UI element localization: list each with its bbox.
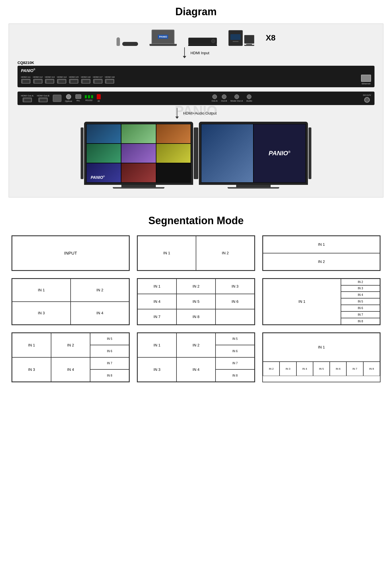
seg-l8-in5: IN 5 bbox=[216, 333, 255, 345]
hdmi-output-arrow: HDMI+Audio Output bbox=[18, 108, 374, 119]
tv-cell-9 bbox=[156, 163, 191, 183]
seg-l9-in2: IN 2 bbox=[263, 362, 280, 376]
seg-3x3-in4: IN 4 bbox=[137, 294, 176, 309]
optical-group: Optical bbox=[65, 94, 72, 102]
tv-cell-3 bbox=[156, 124, 191, 144]
seg-l9-in5: IN 5 bbox=[313, 362, 330, 376]
layout-2col-rcol2: IN 1 IN 2 IN 5 IN 6 IN 3 IN 4 IN 7 IN 8 bbox=[137, 333, 255, 382]
btn-audio[interactable]: Audio bbox=[246, 94, 252, 102]
seg-box-3: IN 1 IN 2 bbox=[262, 235, 381, 271]
layout-2x1: IN 1 IN 2 bbox=[263, 236, 380, 270]
seg-pip-in5: IN 5 bbox=[341, 298, 380, 305]
seg-box-2: IN 1 IN 2 bbox=[137, 235, 255, 271]
seg-pip-in7: IN 7 bbox=[341, 311, 380, 318]
layout-pip-right: IN 1 IN 2 IN 3 IN 4 IN 5 IN 6 IN 7 IN 8 bbox=[263, 279, 380, 325]
x8-label: X8 bbox=[266, 33, 275, 42]
layout-1x2: IN 1 IN 2 bbox=[137, 236, 255, 270]
seg-pip-in3: IN 3 bbox=[341, 285, 380, 292]
hdmi-in1: HDMI In1 bbox=[21, 76, 31, 84]
seg-cell-in1: IN 1 bbox=[137, 236, 196, 270]
tv-left: PANIO® bbox=[84, 122, 193, 189]
hdmi-out-b: HDMI Out-B bbox=[37, 94, 50, 102]
hdmi-port-3 bbox=[45, 79, 54, 84]
seg-pip-in8: IN 8 bbox=[341, 318, 380, 325]
hdmi-port-7 bbox=[93, 79, 102, 84]
seg-cell-in1b: IN 1 bbox=[263, 236, 380, 253]
tv-left-screen bbox=[86, 124, 191, 183]
segmentation-section: Segnentation Mode INPUT IN 1 IN 2 IN 1 I… bbox=[0, 206, 392, 391]
source-desktop bbox=[228, 30, 254, 46]
brand-trademark: ® bbox=[33, 68, 35, 71]
seg-l8-in6: IN 6 bbox=[216, 345, 255, 357]
rl-group: R/L bbox=[75, 94, 81, 102]
seg-l9-in6: IN 6 bbox=[330, 362, 346, 376]
hdmi-out-port-a bbox=[23, 98, 32, 102]
seg-box-1: INPUT bbox=[11, 235, 130, 271]
layout-3x3: IN 1 IN 2 IN 3 IN 4 IN 5 IN 6 IN 7 IN 8 bbox=[137, 279, 255, 325]
seg-cell-in2: IN 2 bbox=[196, 236, 255, 270]
btn-mode-outa[interactable]: Mode Out-A bbox=[230, 94, 243, 102]
hdmi-in7: HDMI In7 bbox=[93, 76, 103, 84]
seg-2x2-in4: IN 4 bbox=[71, 302, 129, 325]
seg-l7-in6: IN 6 bbox=[90, 345, 129, 357]
seg-pip-in2: IN 2 bbox=[341, 279, 380, 285]
seg-l7-in3: IN 3 bbox=[12, 357, 51, 382]
hdmi-input-label: HDMI Input bbox=[191, 51, 209, 55]
sources-row: PANIO bbox=[18, 30, 374, 46]
seg-l9-in4: IN 4 bbox=[296, 362, 313, 376]
rs232-group: RS232 bbox=[85, 95, 93, 102]
hdmi-in4: HDMI In4 bbox=[57, 76, 67, 84]
seg-pip-in4: IN 4 bbox=[341, 292, 380, 298]
hdmi-output-label: HDMI+Audio Output bbox=[183, 111, 217, 115]
seg-box-6: IN 1 IN 2 IN 3 IN 4 IN 5 IN 6 IN 7 IN 8 bbox=[262, 278, 381, 325]
tvs-row: PANIO® PANIO® bbox=[18, 122, 374, 189]
tv-right-speaker-right bbox=[308, 127, 311, 179]
btn-outb-btn[interactable] bbox=[222, 94, 226, 99]
seg-pip-in1: IN 1 bbox=[263, 279, 341, 325]
seg-pip-in6: IN 6 bbox=[341, 305, 380, 311]
diagram-title: Diagram bbox=[9, 6, 383, 18]
diagram-section: Diagram PANIO PANIO bbox=[0, 0, 392, 206]
hdmi-port-2 bbox=[33, 79, 42, 84]
layout-big-bottom: IN 1 IN 2 IN 3 IN 4 IN 5 IN 6 IN 7 IN 8 bbox=[263, 333, 380, 376]
optical-port bbox=[66, 94, 71, 99]
seg-l8-in2: IN 2 bbox=[176, 333, 216, 357]
device-label: CQ8210K bbox=[18, 61, 374, 65]
hdmi-in6: HDMI In6 bbox=[81, 76, 91, 84]
seg-box-9: IN 1 IN 2 IN 3 IN 4 IN 5 IN 6 IN 7 IN 8 bbox=[262, 332, 381, 382]
hdmi-port-6 bbox=[81, 79, 90, 84]
seg-3x3-in1: IN 1 bbox=[137, 279, 176, 294]
tv-cell-2 bbox=[121, 124, 156, 144]
seg-l9-in1: IN 1 bbox=[263, 333, 380, 362]
hdmi-input-arrow: HDMI Input bbox=[18, 47, 374, 58]
seg-l7-in8: IN 8 bbox=[90, 369, 129, 382]
btn-mode-outa-btn[interactable] bbox=[234, 94, 239, 99]
btn-outb[interactable]: Out-B bbox=[221, 94, 227, 102]
seg-2x2-in1: IN 1 bbox=[12, 279, 71, 302]
btn-outa-btn[interactable] bbox=[212, 94, 217, 99]
seg-title: Segnentation Mode bbox=[11, 215, 381, 227]
tv-left-stand bbox=[121, 185, 156, 187]
tv-right-base bbox=[228, 187, 279, 189]
diagram-box: PANIO PANIO bbox=[9, 24, 383, 197]
seg-2x2-in3: IN 3 bbox=[12, 302, 71, 325]
hdmi-port-4 bbox=[57, 79, 66, 84]
tv-right: PANIO® bbox=[199, 122, 308, 189]
output-ports-row: HDMI Out-A HDMI Out-B Optical R/L bbox=[21, 94, 371, 103]
seg-l9-in7: IN 7 bbox=[346, 362, 363, 376]
source-bluray bbox=[188, 38, 217, 46]
dc-group: DC/12V bbox=[363, 94, 371, 103]
hdmi-port-1 bbox=[21, 79, 30, 84]
optical-module bbox=[53, 95, 61, 102]
seg-box-4: IN 1 IN 2 IN 3 IN 4 bbox=[11, 278, 130, 325]
seg-cell-in2b: IN 2 bbox=[263, 253, 380, 270]
source-laptop: PANIO bbox=[150, 30, 177, 46]
layout-2x2: IN 1 IN 2 IN 3 IN 4 bbox=[12, 279, 129, 325]
tv-right-cell-1 bbox=[201, 124, 253, 183]
btn-outa[interactable]: Out-A bbox=[211, 94, 218, 102]
tv-left-logo: PANIO® bbox=[91, 175, 105, 180]
seg-grid: INPUT IN 1 IN 2 IN 1 IN 2 IN 1 IN 2 IN 3 bbox=[11, 235, 381, 382]
top-panel: PANIO® HDMI In1 HDMI In2 HDMI In3 HDMI I… bbox=[18, 66, 374, 87]
seg-box-7: IN 1 IN 2 IN 5 IN 6 IN 3 IN 4 IN 7 IN 8 bbox=[11, 332, 130, 382]
btn-audio-btn[interactable] bbox=[247, 94, 251, 99]
